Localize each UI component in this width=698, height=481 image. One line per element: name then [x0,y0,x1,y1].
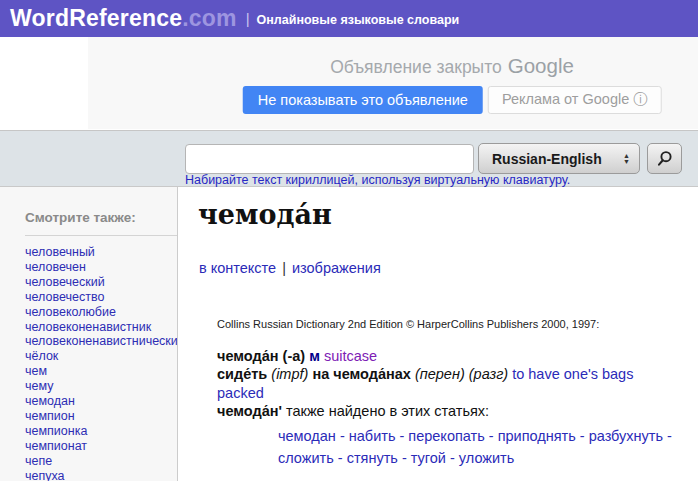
related-article-link[interactable]: уложить [459,450,514,466]
ads-by-google-button[interactable]: Реклама от Googleⓘ [488,86,661,114]
dictionary-entry-panel: чемода́н в контексте|изображения Collins… [178,187,698,481]
sidebar-word-link[interactable]: человеколюбие [25,305,175,320]
content-area: Смотрите также: человечныйчеловеченчелов… [0,187,698,481]
entry2-aspect: (impf) [271,366,308,382]
ad-container: Объявление закрытоGoogle Не показывать э… [88,37,698,129]
site-header: WordReference.com | Онлайновые языковые … [0,0,698,37]
sidebar-word-link[interactable]: человеческий [25,275,175,290]
sidebar-word-link[interactable]: человечество [25,290,175,305]
google-wordmark: Google [508,54,574,77]
link-separator: - [334,450,347,466]
in-context-link[interactable]: в контексте [199,260,276,276]
sidebar-word-link[interactable]: человечен [25,260,175,275]
also-found-word: чемода́н' [217,403,282,419]
logo-text[interactable]: WordReference [10,5,182,31]
link-separator: - [485,428,498,444]
ads-by-google-label: Реклама от Google [502,91,629,107]
related-article-link[interactable]: набить [349,428,396,444]
related-article-link[interactable]: чемодан [278,428,336,444]
search-bar: Russian-English ▲ ▼ Набирайте текст кири… [0,130,698,187]
ad-closed-text: Объявление закрыто [330,57,502,77]
entry1-word: чемода́н [217,348,279,364]
sidebar-word-link[interactable]: чемпионка [25,424,175,439]
sidebar-word-link[interactable]: чемпион [25,409,175,424]
link-separator: - [663,428,672,444]
headword-title: чемода́н [198,199,332,230]
links-separator: | [282,260,286,276]
sidebar-word-link[interactable]: чепуха [25,469,175,481]
ad-buttons-row: Не показывать это объявление Реклама от … [243,86,662,114]
dictionary-entries: чемода́н (-а) м suitcase сиде́ть (impf) … [217,347,667,402]
entry1-translation-link[interactable]: suitcase [324,348,377,364]
sidebar-word-link[interactable]: чемодан [25,394,175,409]
dictionary-select-value: Russian-English [479,151,623,167]
sidebar-word-link[interactable]: чем [25,364,175,379]
entry1-gender: м [309,348,320,364]
search-input[interactable] [185,144,474,174]
entry1-inflection: (-а) [283,348,306,364]
sidebar: Смотрите также: человечныйчеловеченчелов… [0,187,178,481]
related-article-link[interactable]: приподнять [498,428,576,444]
entry2-label2: (разг) [469,366,508,382]
wordreference-page: WordReference.com | Онлайновые языковые … [0,0,698,481]
sidebar-word-link[interactable]: чепе [25,454,175,469]
sidebar-word-link[interactable]: чемпионат [25,439,175,454]
search-button[interactable] [647,143,682,174]
search-icon [656,150,673,167]
dismiss-ad-button[interactable]: Не показывать это объявление [243,86,483,114]
logo-suffix: .com [182,5,236,31]
entry2-phrase: на чемода́нах [312,366,411,382]
related-articles-links: чемодан - набить - перекопать - приподня… [278,425,680,469]
entry-links-row: в контексте|изображения [199,260,381,276]
ad-closed-message: Объявление закрытоGoogle [330,54,574,78]
sidebar-word-link[interactable]: человеконенавистник [25,320,175,335]
ad-row: Объявление закрытоGoogle Не показывать э… [0,37,698,130]
related-article-link[interactable]: тугой [411,450,446,466]
sidebar-word-link[interactable]: чёлок [25,349,175,364]
related-article-link[interactable]: разбухнуть [589,428,663,444]
virtual-keyboard-hint-link[interactable]: Набирайте текст кириллицей, используя ви… [185,173,570,187]
link-separator: - [398,450,411,466]
images-link[interactable]: изображения [292,260,381,276]
header-separator: | [246,10,250,27]
related-article-link[interactable]: перекопать [408,428,484,444]
sidebar-word-list: человечныйчеловеченчеловеческийчеловечес… [25,245,175,481]
dictionary-copyright: Collins Russian Dictionary 2nd Edition ©… [217,318,599,330]
select-arrows-icon: ▲ ▼ [623,153,639,165]
sidebar-word-link[interactable]: человеконенавистнический [25,334,175,349]
sidebar-title: Смотрите также: [25,210,136,225]
also-found-text: также найдено в этих статьях: [286,403,489,419]
entry2-label1: (перен) [415,366,465,382]
link-separator: - [446,450,459,466]
sidebar-divider [25,235,177,236]
site-logo[interactable]: WordReference.com [10,5,237,32]
dictionary-select[interactable]: Russian-English ▲ ▼ [478,143,640,174]
link-separator: - [336,428,349,444]
sidebar-word-link[interactable]: чему [25,379,175,394]
link-separator: - [395,428,408,444]
entry2-word: сиде́ть [217,366,267,382]
related-article-link[interactable]: стянуть [347,450,398,466]
site-tagline: Онлайновые языковые словари [257,10,460,27]
related-article-link[interactable]: сложить [278,450,334,466]
also-found-line: чемода́н' также найдено в этих статьях: [217,403,489,419]
sidebar-word-link[interactable]: человечный [25,245,175,260]
arrow-down-icon: ▼ [623,159,630,165]
link-separator: - [576,428,589,444]
info-icon[interactable]: ⓘ [633,91,647,107]
